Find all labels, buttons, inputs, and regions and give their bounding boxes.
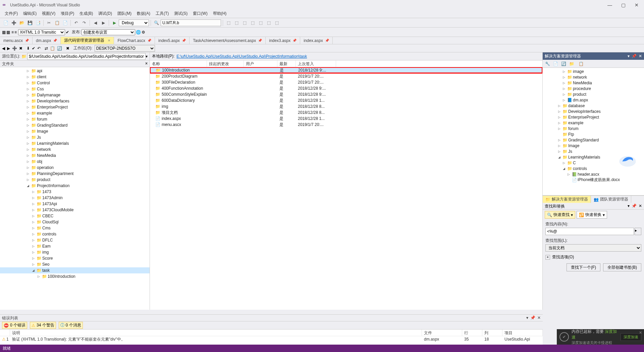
folder-tree-node[interactable]: ▷📁Image: [0, 128, 150, 134]
validate-icon[interactable]: ✔: [66, 30, 69, 35]
column-header[interactable]: 最新: [277, 60, 296, 67]
start-debug-button[interactable]: ▶: [111, 19, 118, 27]
expand-icon[interactable]: ▷: [27, 118, 31, 121]
folder-tree-node[interactable]: ▷📁DevelopInterfaces: [0, 98, 150, 104]
expand-icon[interactable]: ▷: [563, 93, 567, 96]
folder-tree-node[interactable]: ▷📁1473: [0, 189, 150, 195]
folder-tree-node[interactable]: ◢📁ProjectInformation: [0, 183, 150, 189]
nav-back-icon[interactable]: ◀: [92, 19, 99, 27]
folder-tree-node[interactable]: ▷📁1473Admin: [0, 195, 150, 201]
sc-tool-icon[interactable]: ✖: [66, 46, 69, 51]
properties-icon[interactable]: 🔧: [544, 60, 551, 67]
close-overlay-button[interactable]: ✕: [639, 331, 642, 335]
expand-icon[interactable]: ▷: [558, 127, 562, 130]
expand-icon[interactable]: ▷: [563, 70, 567, 73]
toolbox-icon-6[interactable]: ⬚: [265, 19, 272, 27]
document-tab[interactable]: FlowChart.ascx📌: [114, 37, 155, 44]
folder-tree-node[interactable]: ▷📁GradingStandard: [0, 122, 150, 128]
close-button[interactable]: ✕: [632, 2, 641, 8]
folder-tree-node[interactable]: ▷📁LearningMaterials: [0, 140, 150, 146]
panel-tab[interactable]: 👥团队资源管理器: [591, 196, 631, 203]
folder-tree-node[interactable]: ▷📁Eam: [0, 243, 150, 249]
expand-icon[interactable]: ▷: [563, 98, 567, 102]
undo-icon[interactable]: ↶: [72, 19, 80, 27]
expand-icon[interactable]: ▷: [27, 75, 31, 79]
solution-tree-node[interactable]: ▷📁network: [543, 74, 644, 80]
pin-icon[interactable]: 📌: [53, 39, 57, 42]
pin-icon[interactable]: 📌: [325, 39, 329, 42]
sc-add-icon[interactable]: ➕: [12, 46, 17, 51]
folder-tree-node[interactable]: ▷📁Css: [0, 86, 150, 92]
folder-tree-node[interactable]: ▷📁1473Api: [0, 201, 150, 207]
dropdown-icon[interactable]: ▾: [146, 54, 148, 59]
document-tab[interactable]: menu.ascx📌: [0, 37, 33, 44]
solution-tree-node[interactable]: ◢📁controls: [543, 166, 644, 171]
expand-icon[interactable]: ▷: [32, 251, 36, 254]
expand-options-icon[interactable]: +: [545, 255, 550, 260]
menu-item[interactable]: 编辑(E): [20, 10, 39, 18]
cut-icon[interactable]: ✂: [45, 19, 53, 27]
folder-tree-node[interactable]: ▷📁controls: [0, 231, 150, 237]
column-header[interactable]: 挂起的更改: [207, 60, 244, 67]
expand-icon[interactable]: ▷: [32, 245, 36, 248]
redo-icon[interactable]: ↷: [80, 19, 88, 27]
folder-tree-node[interactable]: ▷📁CBEC: [0, 213, 150, 219]
column-header[interactable]: 用户: [244, 60, 277, 67]
dropdown-icon[interactable]: ▾: [628, 204, 630, 209]
pin-icon[interactable]: 📌: [530, 315, 535, 320]
expand-icon[interactable]: ▷: [27, 81, 31, 85]
expand-icon[interactable]: ▷: [558, 138, 562, 142]
copy-icon[interactable]: 📋: [53, 19, 61, 27]
sc-compare-icon[interactable]: ⇄: [45, 46, 48, 51]
expand-icon[interactable]: ▷: [27, 105, 31, 109]
file-row[interactable]: 📁500CommonStyleExplain是2018/12/28 9:...: [150, 91, 542, 97]
menu-item[interactable]: 调试(D): [96, 10, 115, 18]
nest-icon[interactable]: 📁: [568, 60, 575, 67]
publish-settings-icon[interactable]: ⚙: [142, 30, 145, 35]
expand-icon[interactable]: ◢: [558, 156, 562, 159]
paste-icon[interactable]: 📄: [61, 19, 69, 27]
expand-icon[interactable]: ▷: [27, 136, 31, 139]
expand-icon[interactable]: ▷: [38, 275, 42, 278]
warnings-filter[interactable]: ⚠34 个警告: [30, 322, 56, 329]
sc-history-icon[interactable]: 📋: [50, 46, 55, 51]
solution-tree-node[interactable]: ▷📁image: [543, 69, 644, 74]
find-scope-select[interactable]: 当前文档: [545, 244, 641, 252]
col-file[interactable]: 文件: [422, 329, 462, 336]
solution-tree-node[interactable]: ▷📁NewMedia: [543, 80, 644, 86]
toolbox-icon-7[interactable]: ⬚: [273, 19, 280, 27]
expand-icon[interactable]: ▷: [32, 202, 36, 206]
collapse-icon[interactable]: ◢: [32, 269, 36, 272]
expand-icon[interactable]: ▷: [27, 166, 31, 169]
view-code-icon[interactable]: 📋: [578, 60, 584, 67]
save-icon[interactable]: 💾: [26, 19, 34, 27]
solution-tree-node[interactable]: ◢📁LearningMaterials: [543, 154, 644, 160]
menu-item[interactable]: 数据(A): [134, 10, 153, 18]
folder-tree-node[interactable]: ▷📁Js: [0, 134, 150, 140]
sc-fwd-icon[interactable]: ▶: [7, 46, 10, 51]
expand-icon[interactable]: ▷: [563, 81, 567, 85]
speedup-button[interactable]: 深度加速: [621, 333, 641, 341]
file-row[interactable]: 📁100Introduction是2018/12/28 9:...: [150, 67, 542, 73]
solution-tree-node[interactable]: ▷📁DevelopInterfaces: [543, 108, 644, 114]
document-tab[interactable]: dm.aspx📌: [33, 37, 61, 44]
toolbox-icon-5[interactable]: ⬚: [257, 19, 264, 27]
show-all-icon[interactable]: 📄: [552, 60, 559, 67]
expand-icon[interactable]: ▷: [32, 238, 36, 242]
local-path-link[interactable]: E:\uf\UseStudio.Api\UseStudio.Api\UseStu…: [176, 54, 307, 59]
expand-icon[interactable]: ▷: [32, 226, 36, 230]
menu-item[interactable]: 项目(P): [58, 10, 77, 18]
folder-tree-node[interactable]: ▷📁example: [0, 110, 150, 116]
pin-icon[interactable]: 📌: [632, 54, 637, 58]
messages-filter[interactable]: ⓘ0 个消息: [59, 322, 83, 329]
find-dropdown-icon[interactable]: 🔍: [153, 19, 160, 27]
collapse-icon[interactable]: ◢: [27, 184, 31, 187]
maximize-button[interactable]: ▢: [619, 2, 628, 8]
expand-icon[interactable]: ▷: [558, 121, 562, 125]
menu-item[interactable]: 工具(T): [153, 10, 171, 18]
expand-icon[interactable]: ◢: [563, 167, 567, 170]
expand-icon[interactable]: ▷: [32, 196, 36, 200]
folder-tree-node[interactable]: ▷📁api: [0, 68, 150, 74]
expand-icon[interactable]: ▷: [27, 69, 31, 73]
sc-back-icon[interactable]: ◀: [2, 46, 5, 51]
